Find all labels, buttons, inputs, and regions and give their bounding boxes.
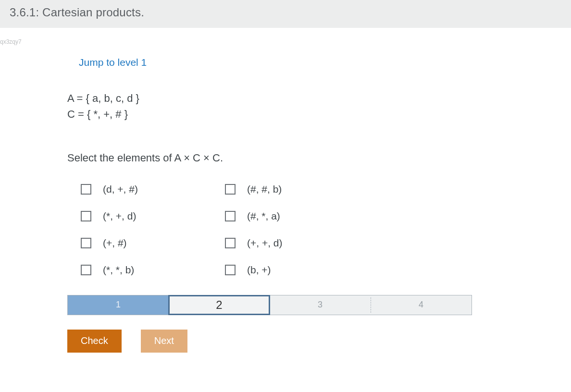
option-item: (+, +, d) [225,237,369,249]
option-checkbox[interactable] [225,184,236,195]
option-item: (*, +, d) [81,210,225,222]
set-a-line: A = { a, b, c, d } [67,91,500,106]
level-step-2[interactable]: 2 [169,295,270,315]
check-button[interactable]: Check [67,330,122,353]
option-item: (b, +) [225,264,369,276]
question-prompt: Select the elements of A × C × C. [67,152,500,164]
options-grid: (d, +, #) (#, #, b) (*, +, d) (#, *, a) … [81,184,500,276]
option-label: (d, +, #) [103,184,138,195]
level-step-3[interactable]: 3 [270,295,371,315]
option-checkbox[interactable] [225,211,236,221]
next-button[interactable]: Next [141,330,187,353]
option-label: (*, *, b) [103,264,134,276]
activity-header: 3.6.1: Cartesian products. [0,0,571,28]
option-item: (#, #, b) [225,184,369,195]
option-checkbox[interactable] [81,238,91,248]
level-step-4[interactable]: 4 [371,295,472,315]
action-buttons: Check Next [67,330,500,353]
set-definitions: A = { a, b, c, d } C = { *, +, # } [67,91,500,122]
option-label: (*, +, d) [103,210,136,222]
option-label: (+, #) [103,237,127,249]
option-label: (#, #, b) [247,184,282,195]
option-item: (*, *, b) [81,264,225,276]
option-item: (+, #) [81,237,225,249]
set-c-line: C = { *, +, # } [67,107,500,122]
option-label: (#, *, a) [247,210,280,222]
option-checkbox[interactable] [81,211,91,221]
option-label: (+, +, d) [247,237,283,249]
watermark-code: qx3zqy7 [0,38,571,45]
activity-title: 3.6.1: Cartesian products. [10,6,144,19]
option-label: (b, +) [247,264,271,276]
activity-content: Jump to level 1 A = { a, b, c, d } C = {… [0,45,500,372]
option-checkbox[interactable] [225,238,236,248]
level-progress-bar: 1 2 3 4 [67,295,472,315]
option-checkbox[interactable] [225,265,236,275]
option-checkbox[interactable] [81,184,91,195]
option-item: (d, +, #) [81,184,225,195]
level-step-1[interactable]: 1 [68,295,169,315]
option-checkbox[interactable] [81,265,91,275]
jump-to-level-link[interactable]: Jump to level 1 [79,57,147,68]
option-item: (#, *, a) [225,210,369,222]
